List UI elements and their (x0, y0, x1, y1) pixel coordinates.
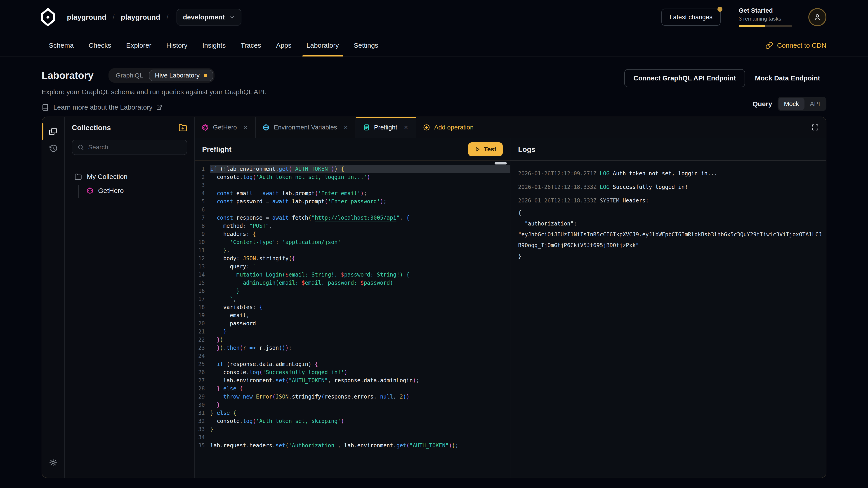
tab-preflight[interactable]: Preflight× (356, 117, 416, 138)
toggle-option-mock[interactable]: Mock (778, 98, 804, 110)
collections-search[interactable] (72, 140, 187, 155)
status-dot (204, 74, 207, 77)
log-entry: 2026-01-26T12:12:18.333Z SYSTEM Headers: (518, 194, 826, 207)
tab-label: Preflight (374, 124, 397, 131)
tab-environment-variables[interactable]: Environment Variables× (256, 117, 356, 138)
line-number: 35 (195, 442, 205, 450)
nav-tab-laboratory[interactable]: Laboratory (303, 34, 343, 57)
test-button-label: Test (484, 146, 497, 153)
close-icon[interactable]: × (403, 124, 409, 131)
graphql-icon (202, 124, 209, 131)
fullscreen-button[interactable] (804, 117, 826, 138)
toggle-option-hive-laboratory[interactable]: Hive Laboratory (149, 70, 213, 81)
code-text (210, 181, 510, 189)
code-text: 'Content-Type': 'application/json' (210, 238, 510, 246)
line-number: 7 (195, 214, 205, 222)
code-text: } (210, 287, 510, 295)
line-number: 5 (195, 197, 205, 205)
log-message: Successfully logged in! (613, 184, 688, 190)
code-line: 7 const response = await fetch("http://l… (195, 214, 510, 222)
main-nav: SchemaChecksExplorerHistoryInsightsTrace… (0, 34, 868, 57)
mock-data-endpoint-button[interactable]: Mock Data Endpoint (749, 74, 827, 82)
code-line: 34 (195, 433, 510, 442)
toggle-option-graphiql[interactable]: GraphiQL (110, 70, 149, 81)
operation-gethero[interactable]: GetHero (86, 185, 194, 197)
code-text: }).then(r => r.json()); (210, 344, 510, 352)
book-icon (41, 104, 49, 111)
log-entry: 2026-01-26T12:12:18.333Z LOG Successfull… (518, 180, 826, 194)
editor-header: Preflight Test (195, 138, 510, 161)
latest-changes-button[interactable]: Latest changes (661, 8, 721, 26)
code-text: method: "POST", (210, 222, 510, 230)
nav-tab-insights[interactable]: Insights (198, 34, 230, 57)
learn-more-link[interactable]: Learn more about the Laboratory (41, 103, 267, 111)
target-selector-value: development (183, 13, 225, 21)
line-number: 8 (195, 222, 205, 230)
line-number: 23 (195, 344, 205, 352)
log-raw-line: "eyJhbGciOiJIUzI1NiIsInR5cCI6IkpXVCJ9.ey… (518, 229, 826, 240)
line-number: 31 (195, 409, 205, 417)
link-icon (765, 41, 773, 49)
toggle-option-api[interactable]: API (804, 98, 826, 110)
get-started-progressbar (739, 25, 792, 27)
nav-tab-apps[interactable]: Apps (272, 34, 296, 57)
rail-history-button[interactable] (42, 140, 64, 157)
code-line: 13 query: ` (195, 263, 510, 271)
add-operation-tab[interactable]: Add operation (416, 117, 480, 138)
log-raw-line: } (518, 251, 826, 262)
preflight-editor[interactable]: Preflight Test 1if (!lab.environment.get… (195, 138, 510, 478)
nav-tab-settings[interactable]: Settings (350, 34, 382, 57)
line-number: 28 (195, 385, 205, 393)
line-number: 2 (195, 173, 205, 181)
log-raw-line: "authorization": (518, 218, 826, 229)
log-level: LOG (600, 184, 613, 190)
code-area[interactable]: 1if (!lab.environment.get("AUTH_TOKEN"))… (195, 161, 510, 450)
code-text: }) (210, 336, 510, 344)
rail-settings-button[interactable] (42, 454, 64, 471)
line-number: 34 (195, 433, 205, 442)
code-line: 33} (195, 425, 510, 433)
nav-tab-explorer[interactable]: Explorer (122, 34, 156, 57)
code-line: 15 adminLogin(email: $email, password: $… (195, 279, 510, 287)
target-selector[interactable]: development (177, 9, 241, 26)
breadcrumb-project[interactable]: playground (121, 13, 160, 22)
code-line: 10 'Content-Type': 'application/json' (195, 238, 510, 246)
new-collection-button[interactable] (179, 123, 187, 132)
get-started-widget[interactable]: Get Started 3 remaining tasks (739, 7, 792, 27)
tab-gethero[interactable]: GetHero× (195, 117, 256, 138)
logs-output[interactable]: 2026-01-26T12:12:09.271Z LOG Auth token … (510, 161, 826, 262)
code-text: variables: { (210, 303, 510, 311)
code-line: 12 body: JSON.stringify({ (195, 254, 510, 263)
globe-icon (262, 124, 270, 131)
connect-to-cdn-link[interactable]: Connect to CDN (765, 41, 827, 49)
connect-graphql-api-endpoint-button[interactable]: Connect GraphQL API Endpoint (624, 69, 745, 87)
history-icon (49, 144, 57, 153)
nav-tab-traces[interactable]: Traces (237, 34, 266, 57)
collections-icon (49, 127, 57, 136)
rail-collections-button[interactable] (42, 123, 64, 140)
nav-tab-history[interactable]: History (162, 34, 191, 57)
code-line: 11 }, (195, 246, 510, 254)
editor-scrollbar-thumb[interactable] (495, 162, 507, 164)
page-heading: Laboratory GraphiQL Hive Laboratory Expl… (0, 57, 868, 117)
close-icon[interactable]: × (343, 124, 349, 131)
folder-label: My Collection (87, 173, 127, 181)
close-icon[interactable]: × (243, 124, 249, 131)
connect-to-cdn-label: Connect to CDN (777, 41, 827, 49)
search-input[interactable] (88, 144, 182, 151)
test-button[interactable]: Test (468, 142, 503, 156)
code-line: 3 (195, 181, 510, 189)
tab-label: Add operation (434, 124, 473, 131)
code-line: 35lab.request.headers.set('Authorization… (195, 442, 510, 450)
avatar[interactable] (808, 8, 827, 26)
nav-tab-schema[interactable]: Schema (45, 34, 78, 57)
get-started-title: Get Started (739, 7, 792, 14)
breadcrumb-org[interactable]: playground (67, 13, 106, 22)
get-started-subtitle: 3 remaining tasks (739, 15, 792, 22)
line-number: 18 (195, 303, 205, 311)
nav-tab-checks[interactable]: Checks (85, 34, 115, 57)
sidebar-rail (42, 117, 65, 478)
code-line: 31} else { (195, 409, 510, 417)
plus-icon (423, 124, 430, 131)
collection-folder-my-collection[interactable]: My Collection (74, 171, 194, 183)
